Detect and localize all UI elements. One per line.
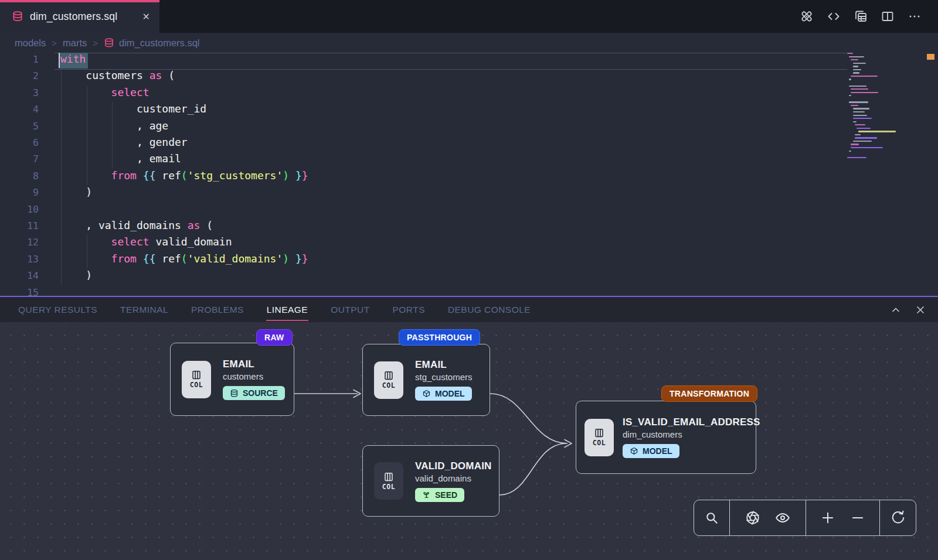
toolbar-group	[806, 500, 879, 535]
zoom-in-button[interactable]	[820, 510, 835, 525]
line-number: 12	[0, 237, 39, 248]
database-icon	[12, 11, 23, 22]
chevron-up-icon[interactable]	[890, 304, 902, 316]
columns-icon	[383, 472, 394, 482]
tab-dim-customers-sql[interactable]: dim_customers.sql ✕	[0, 0, 159, 33]
code-icon[interactable]	[827, 9, 841, 23]
split-editor-icon[interactable]	[881, 9, 895, 23]
panel-tab-query-results[interactable]: QUERY RESULTS	[18, 298, 98, 321]
code-editor[interactable]: 1with2customers as (3select4customer_id5…	[0, 53, 938, 296]
dbt-icon[interactable]	[800, 9, 814, 23]
breadcrumb-separator: >	[93, 38, 98, 48]
resource-pill-model: MODEL	[623, 444, 679, 458]
node-info: EMAILcustomersSOURCE	[223, 358, 285, 400]
seedling-icon	[422, 490, 431, 499]
panel-tab-bar: QUERY RESULTSTERMINALPROBLEMSLINEAGEOUTP…	[0, 296, 938, 322]
code-line-text: with	[60, 53, 86, 65]
code-line[interactable]: 15	[0, 285, 938, 296]
columns-icon	[383, 370, 394, 381]
resource-pill-model: MODEL	[415, 387, 472, 401]
code-line-text: , email	[60, 152, 181, 165]
database-icon	[104, 37, 114, 48]
zoom-out-button[interactable]	[850, 510, 865, 525]
lineage-badge-transformation: TRANSFORMATION	[661, 385, 757, 402]
lineage-canvas[interactable]: COLEMAILcustomersSOURCERAWCOLEMAILstg_cu…	[0, 322, 938, 560]
panel-tab-ports[interactable]: PORTS	[392, 298, 426, 321]
code-line-text: select valid_domain	[60, 235, 232, 248]
line-number: 6	[0, 137, 39, 148]
code-line[interactable]: 8from {{ ref('stg_customers') }}	[0, 169, 938, 185]
node-column-name: IS_VALID_EMAIL_ADDRESS	[623, 416, 760, 428]
resource-pill-seed: SEED	[415, 488, 464, 502]
code-line-text: )	[60, 269, 92, 281]
node-info: IS_VALID_EMAIL_ADDRESSdim_customersMODEL	[623, 416, 760, 458]
line-number: 11	[0, 220, 39, 231]
search-button[interactable]	[704, 510, 719, 525]
code-line[interactable]: 5, age	[0, 119, 938, 135]
code-line[interactable]: 14)	[0, 268, 938, 285]
lineage-badge-passthrough: PASSTHROUGH	[399, 329, 480, 346]
line-number: 7	[0, 153, 39, 165]
code-line[interactable]: 3select	[0, 86, 938, 102]
breadcrumb-item-marts[interactable]: marts	[63, 37, 87, 49]
code-line[interactable]: 12select valid_domain	[0, 235, 938, 251]
tab-title: dim_customers.sql	[30, 11, 117, 23]
code-line[interactable]: 13from {{ ref('valid_domains') }}	[0, 252, 938, 268]
line-number: 2	[0, 70, 39, 81]
code-line-text: customers as (	[60, 69, 175, 81]
line-number: 3	[0, 87, 39, 98]
code-line-text: from {{ ref('valid_domains') }}	[60, 252, 308, 265]
tab-close-icon[interactable]: ✕	[142, 11, 150, 22]
node-column-name: VALID_DOMAIN	[415, 460, 492, 472]
code-line[interactable]: 11, valid_domains as (	[0, 218, 938, 235]
refresh-button[interactable]	[891, 510, 906, 525]
toolbar-group	[694, 500, 729, 535]
resource-pill-source: SOURCE	[223, 386, 285, 400]
aperture-button[interactable]	[745, 510, 760, 525]
code-line[interactable]: 4customer_id	[0, 102, 938, 118]
lineage-node-stg_customers[interactable]: COLEMAILstg_customersMODEL	[362, 344, 490, 416]
code-line-text: , valid_domains as (	[60, 219, 213, 231]
code-line[interactable]: 10	[0, 202, 938, 218]
node-info: VALID_DOMAINvalid_domainsSEED	[415, 460, 492, 502]
code-line[interactable]: 7, email	[0, 152, 938, 168]
node-column-name: EMAIL	[415, 359, 473, 371]
copy-table-icon[interactable]	[854, 9, 868, 23]
panel-tab-output[interactable]: OUTPUT	[330, 298, 370, 321]
line-number: 15	[0, 287, 39, 296]
cube-icon	[422, 390, 431, 398]
lineage-node-customers[interactable]: COLEMAILcustomersSOURCE	[170, 343, 294, 416]
column-chip: COL	[182, 361, 211, 398]
code-line[interactable]: 1with	[0, 53, 938, 69]
code-line-text: from {{ ref('stg_customers') }}	[60, 169, 308, 182]
overview-ruler-marker	[927, 54, 934, 60]
toolbar-group	[729, 500, 806, 535]
panel-tab-problems[interactable]: PROBLEMS	[191, 298, 244, 321]
line-number: 10	[0, 204, 39, 215]
breadcrumb-separator: >	[52, 38, 57, 48]
line-number: 8	[0, 170, 39, 182]
more-icon[interactable]	[908, 9, 922, 23]
line-number: 1	[0, 54, 39, 65]
panel-actions	[890, 304, 926, 316]
panel-tab-lineage[interactable]: LINEAGE	[266, 298, 308, 321]
panel-tab-debug-console[interactable]: DEBUG CONSOLE	[447, 298, 531, 321]
minimap[interactable]	[847, 53, 910, 187]
breadcrumb-item-models[interactable]: models	[15, 37, 46, 49]
breadcrumb-item-dim_customers-sql[interactable]: dim_customers.sql	[104, 37, 200, 49]
lineage-badge-raw: RAW	[256, 329, 293, 346]
panel-tab-terminal[interactable]: TERMINAL	[120, 298, 169, 321]
close-icon[interactable]	[915, 304, 926, 316]
code-line-text: )	[60, 186, 92, 198]
database-icon	[230, 389, 239, 398]
lineage-node-valid_domains[interactable]: COLVALID_DOMAINvalid_domainsSEED	[362, 445, 499, 517]
breadcrumb: models>marts>dim_customers.sql	[0, 33, 938, 53]
eye-button[interactable]	[775, 510, 790, 525]
toolbar-group	[879, 500, 916, 535]
code-line[interactable]: 6, gender	[0, 135, 938, 152]
code-line[interactable]: 9)	[0, 185, 938, 202]
lineage-node-dim_customers[interactable]: COLIS_VALID_EMAIL_ADDRESSdim_customersMO…	[576, 401, 756, 474]
columns-icon	[594, 428, 604, 438]
node-column-name: EMAIL	[223, 358, 285, 370]
code-line[interactable]: 2customers as (	[0, 69, 938, 85]
